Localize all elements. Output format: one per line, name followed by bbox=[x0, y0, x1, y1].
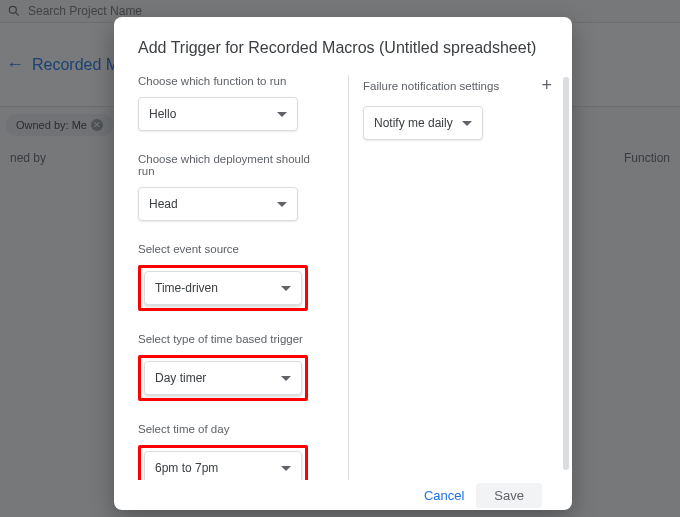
deployment-select[interactable]: Head bbox=[138, 187, 298, 221]
time-of-day-select[interactable]: 6pm to 7pm bbox=[144, 451, 302, 480]
chevron-down-icon bbox=[277, 112, 287, 117]
modal-title: Add Trigger for Recorded Macros (Untitle… bbox=[114, 17, 572, 67]
deployment-label: Choose which deployment should run bbox=[138, 153, 328, 177]
chevron-down-icon bbox=[281, 286, 291, 291]
plus-icon[interactable]: + bbox=[541, 75, 552, 96]
save-button[interactable]: Save bbox=[476, 483, 542, 508]
failure-settings-header: Failure notification settings + bbox=[363, 75, 552, 96]
chevron-down-icon bbox=[281, 466, 291, 471]
time-of-day-label: Select time of day bbox=[138, 423, 328, 435]
failure-label: Failure notification settings bbox=[363, 80, 499, 92]
event-source-value: Time-driven bbox=[155, 281, 218, 295]
function-label: Choose which function to run bbox=[138, 75, 328, 87]
modal-left-column: Choose which function to run Hello Choos… bbox=[138, 75, 338, 480]
chevron-down-icon bbox=[281, 376, 291, 381]
failure-value: Notify me daily bbox=[374, 116, 453, 130]
failure-select[interactable]: Notify me daily bbox=[363, 106, 483, 140]
cancel-button[interactable]: Cancel bbox=[424, 488, 464, 503]
field-deployment: Choose which deployment should run Head bbox=[138, 153, 328, 221]
field-trigger-type: Select type of time based trigger Day ti… bbox=[138, 333, 328, 401]
field-function: Choose which function to run Hello bbox=[138, 75, 328, 131]
chevron-down-icon bbox=[277, 202, 287, 207]
function-select[interactable]: Hello bbox=[138, 97, 298, 131]
field-time-of-day: Select time of day 6pm to 7pm (GMT+05:30… bbox=[138, 423, 328, 480]
modal-footer: Cancel Save bbox=[114, 480, 572, 510]
trigger-type-label: Select type of time based trigger bbox=[138, 333, 328, 345]
event-source-select[interactable]: Time-driven bbox=[144, 271, 302, 305]
trigger-modal: Add Trigger for Recorded Macros (Untitle… bbox=[114, 17, 572, 510]
event-source-label: Select event source bbox=[138, 243, 328, 255]
function-value: Hello bbox=[149, 107, 176, 121]
highlight-box: Day timer bbox=[138, 355, 308, 401]
field-event-source: Select event source Time-driven bbox=[138, 243, 328, 311]
trigger-type-select[interactable]: Day timer bbox=[144, 361, 302, 395]
highlight-box: Time-driven bbox=[138, 265, 308, 311]
time-of-day-value: 6pm to 7pm bbox=[155, 461, 218, 475]
deployment-value: Head bbox=[149, 197, 178, 211]
column-divider bbox=[348, 75, 349, 480]
scrollbar[interactable] bbox=[563, 77, 569, 470]
modal-body: Choose which function to run Hello Choos… bbox=[114, 67, 572, 480]
modal-right-column: Failure notification settings + Notify m… bbox=[359, 75, 552, 480]
chevron-down-icon bbox=[462, 121, 472, 126]
trigger-type-value: Day timer bbox=[155, 371, 206, 385]
highlight-box: 6pm to 7pm bbox=[138, 445, 308, 480]
